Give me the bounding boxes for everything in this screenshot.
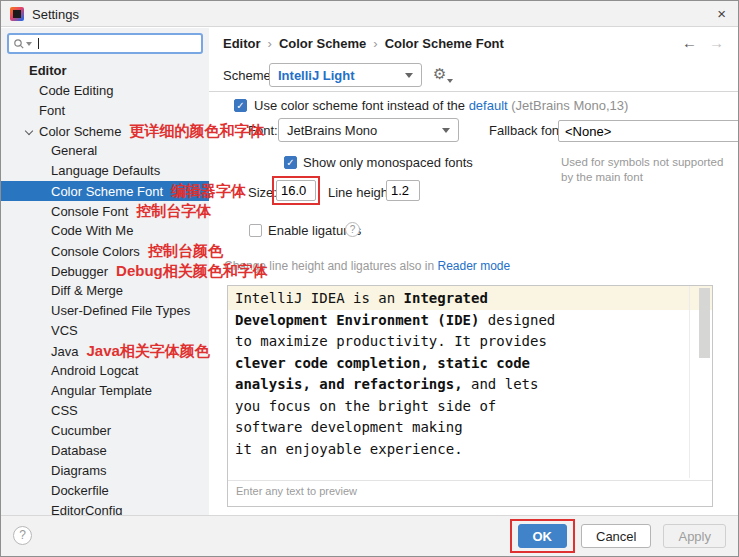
main-panel: Editor›Color Scheme›Color Scheme Font ← …	[209, 28, 738, 515]
divider	[209, 91, 738, 92]
breadcrumb-separator: ›	[268, 36, 272, 51]
sidebar-item-debugger[interactable]: DebuggerDebug相关颜色和字体	[1, 261, 209, 281]
apply-button: Apply	[663, 524, 726, 548]
sidebar-item-console-colors[interactable]: Console Colors控制台颜色	[1, 241, 209, 261]
use-scheme-font-checkbox[interactable]: ✓	[234, 99, 247, 112]
preview-text: it an enjoyable experience.	[235, 441, 463, 457]
scheme-dropdown[interactable]: IntelliJ Light	[269, 63, 422, 87]
sidebar-item-cucumber[interactable]: Cucumber	[1, 421, 209, 441]
preview-text: you focus on the bright side of	[235, 398, 496, 414]
button-row: OK Cancel Apply	[510, 516, 727, 556]
intellij-logo-icon	[10, 7, 24, 21]
sidebar-item-label: User-Defined File Types	[51, 303, 190, 318]
settings-dialog: Settings × EditorCode EditingFontColor S…	[0, 0, 739, 557]
sidebar-item-label: Code With Me	[51, 223, 133, 238]
window-title: Settings	[32, 7, 79, 22]
preview-text: clever code completion, static code	[235, 355, 530, 371]
font-value: JetBrains Mono	[287, 123, 436, 138]
help-icon[interactable]: ?	[345, 222, 360, 237]
breadcrumb-item-color-scheme-font[interactable]: Color Scheme Font	[385, 36, 504, 51]
preview-pane[interactable]: IntelliJ IDEA is an IntegratedDevelopmen…	[227, 285, 713, 507]
sidebar-item-diagrams[interactable]: Diagrams	[1, 461, 209, 481]
annotation-text: 控制台字体	[136, 202, 211, 219]
search-history-arrow-icon[interactable]	[26, 42, 32, 46]
sidebar-item-color-scheme[interactable]: Color Scheme更详细的颜色和字体	[1, 121, 209, 141]
use-scheme-font-label: Use color scheme font instead of the def…	[254, 98, 628, 113]
sidebar-item-css[interactable]: CSS	[1, 401, 209, 421]
sidebar-item-font[interactable]: Font	[1, 101, 209, 121]
size-field[interactable]	[276, 180, 316, 201]
sidebar-item-label: Language Defaults	[51, 163, 160, 178]
sidebar-item-console-font[interactable]: Console Font控制台字体	[1, 201, 209, 221]
back-arrow-icon[interactable]: ←	[682, 34, 697, 51]
reader-mode-link[interactable]: Reader mode	[437, 259, 510, 273]
scrollbar-thumb[interactable]	[699, 288, 710, 358]
sidebar-item-label: Console Font	[51, 204, 128, 219]
sidebar-item-label: Code Editing	[39, 83, 113, 98]
preview-text: software development making	[235, 419, 463, 435]
preview-line: analysis, and refactorings, and lets	[235, 374, 712, 396]
search-box[interactable]	[7, 33, 203, 54]
ok-button[interactable]: OK	[518, 524, 568, 548]
forward-arrow-icon: →	[709, 34, 724, 51]
settings-sidebar: EditorCode EditingFontColor Scheme更详细的颜色…	[1, 28, 209, 515]
fallback-hint-line2: by the main font	[561, 171, 643, 183]
search-input[interactable]	[39, 35, 197, 52]
preview-text: designed	[479, 312, 555, 328]
cancel-button[interactable]: Cancel	[581, 524, 651, 548]
sidebar-item-color-scheme-font[interactable]: Color Scheme Font编辑器字体	[1, 181, 209, 201]
sidebar-item-editor[interactable]: Editor	[1, 61, 209, 81]
preview-line: clever code completion, static code	[235, 353, 712, 375]
sidebar-item-database[interactable]: Database	[1, 441, 209, 461]
sidebar-item-code-editing[interactable]: Code Editing	[1, 81, 209, 101]
monospaced-checkbox[interactable]: ✓	[284, 156, 297, 169]
sidebar-item-label: Color Scheme	[39, 124, 121, 139]
font-dropdown[interactable]: JetBrains Mono	[278, 118, 459, 142]
settings-tree: EditorCode EditingFontColor Scheme更详细的颜色…	[1, 61, 209, 521]
close-icon[interactable]: ×	[717, 4, 726, 24]
preview-line: software development making	[235, 417, 712, 439]
preview-line: IntelliJ IDEA is an Integrated	[235, 288, 712, 310]
breadcrumb-item-editor[interactable]: Editor	[223, 36, 261, 51]
title-bar: Settings ×	[1, 1, 738, 27]
gear-icon[interactable]: ⚙	[433, 65, 453, 83]
chevron-down-icon[interactable]	[25, 128, 32, 135]
search-icon	[13, 38, 25, 50]
preview-line: Development Environment (IDE) designed	[235, 310, 712, 332]
line-height-field[interactable]	[386, 180, 420, 201]
sidebar-item-dockerfile[interactable]: Dockerfile	[1, 481, 209, 501]
breadcrumb-item-color-scheme[interactable]: Color Scheme	[279, 36, 366, 51]
preview-text: and lets	[463, 376, 539, 392]
sidebar-item-label: Font	[39, 103, 65, 118]
sidebar-item-label: Cucumber	[51, 423, 111, 438]
sidebar-item-diff-merge[interactable]: Diff & Merge	[1, 281, 209, 301]
sidebar-item-android-logcat[interactable]: Android Logcat	[1, 361, 209, 381]
ligatures-checkbox[interactable]	[249, 224, 262, 237]
sidebar-item-code-with-me[interactable]: Code With Me	[1, 221, 209, 241]
sidebar-item-general[interactable]: General	[1, 141, 209, 161]
sidebar-item-label: VCS	[51, 323, 78, 338]
sidebar-item-label: Angular Template	[51, 383, 152, 398]
sidebar-item-angular-template[interactable]: Angular Template	[1, 381, 209, 401]
sidebar-item-label: Diagrams	[51, 463, 107, 478]
sidebar-item-label: Debugger	[51, 264, 108, 279]
chevron-down-icon	[442, 128, 450, 133]
preview-text-area[interactable]: IntelliJ IDEA is an IntegratedDevelopmen…	[228, 288, 712, 460]
sidebar-item-language-defaults[interactable]: Language Defaults	[1, 161, 209, 181]
annotation-text: 编辑器字体	[171, 182, 246, 199]
preview-text: Development Environment (IDE)	[235, 312, 479, 328]
fallback-font-field[interactable]	[558, 120, 739, 142]
preview-line: you focus on the bright side of	[235, 396, 712, 418]
annotation-text: Java相关字体颜色	[86, 342, 209, 359]
sidebar-item-user-defined-file-types[interactable]: User-Defined File Types	[1, 301, 209, 321]
sidebar-item-label: Java	[51, 344, 78, 359]
default-link[interactable]: default	[469, 98, 508, 113]
help-button[interactable]: ?	[13, 526, 32, 545]
scheme-label: Scheme:	[223, 68, 274, 83]
breadcrumb-separator: ›	[373, 36, 377, 51]
preview-text: to maximize productivity. It provides	[235, 333, 547, 349]
sidebar-item-java[interactable]: JavaJava相关字体颜色	[1, 341, 209, 361]
monospaced-label: Show only monospaced fonts	[303, 155, 473, 170]
sidebar-item-vcs[interactable]: VCS	[1, 321, 209, 341]
sidebar-item-label: CSS	[51, 403, 78, 418]
